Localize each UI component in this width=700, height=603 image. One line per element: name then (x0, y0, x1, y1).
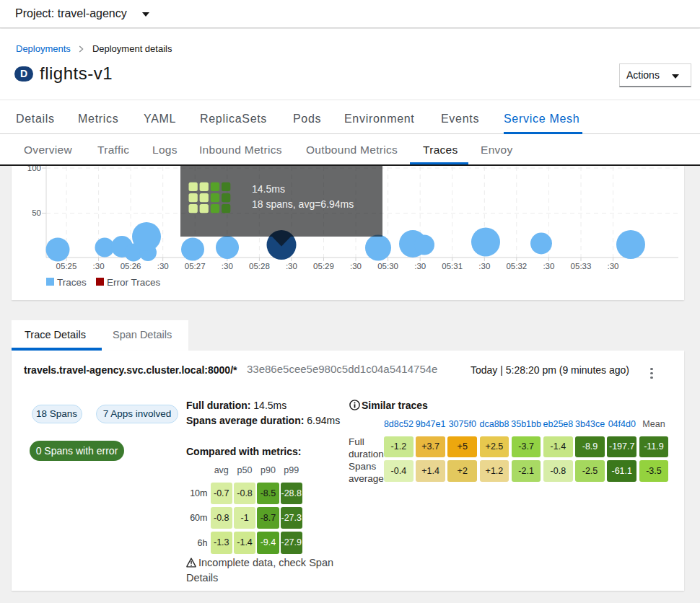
svg-text::30: :30 (286, 262, 297, 270)
svg-text:18 spans, avg=6.94ms: 18 spans, avg=6.94ms (252, 198, 354, 210)
svg-text::30: :30 (608, 262, 619, 270)
svg-text:Error Traces: Error Traces (107, 277, 161, 288)
svg-text:05:31: 05:31 (442, 262, 463, 270)
svg-text::30: :30 (478, 262, 490, 270)
svg-text::30: :30 (414, 262, 426, 270)
svg-text:05:32: 05:32 (506, 262, 527, 270)
svg-text::30: :30 (93, 262, 105, 270)
svg-text::30: :30 (222, 262, 233, 270)
svg-text:100: 100 (27, 166, 41, 172)
svg-text:05:30: 05:30 (377, 262, 398, 270)
svg-text::30: :30 (157, 262, 169, 270)
svg-text:14.5ms: 14.5ms (252, 183, 285, 195)
svg-text::30: :30 (543, 262, 554, 270)
svg-text::30: :30 (350, 262, 362, 270)
svg-text:05:28: 05:28 (249, 262, 270, 270)
svg-text:05:29: 05:29 (313, 262, 334, 270)
svg-text:50: 50 (32, 208, 41, 217)
svg-text:Traces: Traces (57, 277, 87, 288)
svg-text:05:26: 05:26 (121, 262, 141, 270)
svg-text:05:25: 05:25 (56, 262, 77, 270)
svg-text:05:27: 05:27 (185, 262, 206, 270)
svg-text:05:33: 05:33 (571, 262, 592, 270)
